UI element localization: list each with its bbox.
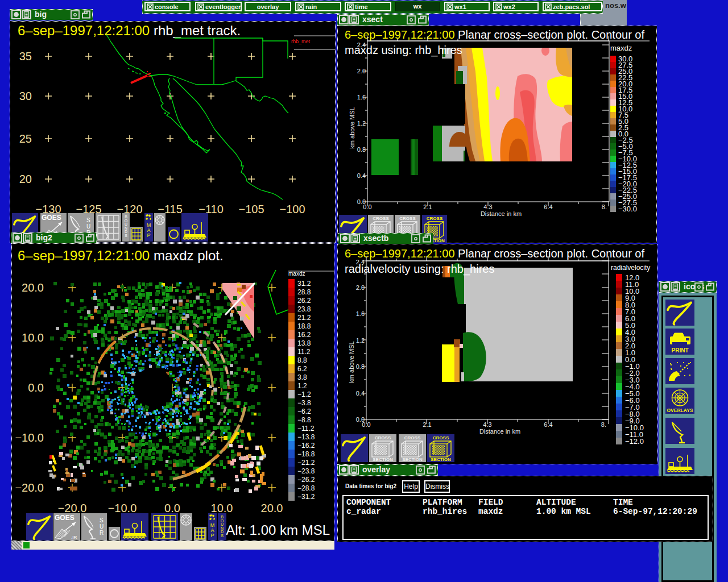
svg-text:0.4: 0.4	[356, 390, 365, 397]
svg-text:P: P	[147, 232, 150, 238]
svg-text:2.1: 2.1	[423, 203, 432, 210]
svg-text:km above MSL: km above MSL	[349, 107, 355, 148]
svg-text:U: U	[86, 223, 90, 230]
svg-text:31.2: 31.2	[297, 280, 311, 288]
svg-text:−12.0: −12.0	[625, 437, 644, 446]
svg-text:1.6: 1.6	[356, 310, 365, 317]
svg-text:8.8: 8.8	[297, 356, 307, 364]
svg-text:20: 20	[19, 173, 32, 185]
svg-text:−21.2: −21.2	[297, 459, 315, 467]
svg-text:−11.2: −11.2	[297, 425, 315, 433]
svg-text:S: S	[221, 534, 224, 538]
svg-text:28.8: 28.8	[297, 288, 311, 296]
svg-text:−20.0: −20.0	[15, 481, 44, 494]
svg-text:26.2: 26.2	[297, 297, 311, 305]
svg-text:SECTION: SECTION	[431, 457, 451, 462]
svg-text:−23.8: −23.8	[297, 467, 315, 475]
svg-text:−13.8: −13.8	[297, 433, 315, 441]
svg-text:18.8: 18.8	[297, 322, 311, 330]
svg-text:8.: 8.	[602, 203, 607, 210]
svg-text:−31.2: −31.2	[297, 493, 315, 501]
svg-text:SECTION: SECTION	[373, 457, 393, 462]
svg-text:0.0: 0.0	[362, 421, 370, 428]
svg-text:1.2: 1.2	[357, 120, 366, 127]
svg-text:20.0: 20.0	[261, 502, 283, 514]
svg-text:6.4: 6.4	[544, 203, 552, 210]
svg-text:4.3: 4.3	[483, 421, 491, 428]
svg-text:.IR: .IR	[71, 535, 77, 540]
svg-text:10.0: 10.0	[211, 502, 233, 514]
svg-text:CROSS: CROSS	[375, 435, 391, 440]
svg-text:0.0: 0.0	[363, 203, 371, 210]
svg-text:30: 30	[19, 90, 32, 102]
svg-text:OVERLAYS: OVERLAYS	[667, 408, 693, 413]
svg-text:−26.2: −26.2	[297, 476, 315, 484]
svg-text:−6.2: −6.2	[297, 408, 311, 415]
svg-text:GOES: GOES	[42, 214, 61, 222]
svg-text:GOES: GOES	[55, 514, 75, 522]
svg-text:Distance in km: Distance in km	[479, 428, 520, 435]
svg-text:13.8: 13.8	[297, 339, 311, 347]
svg-text:6–sep–1997,12:21:00 Planar cr: 6–sep–1997,12:21:00 Planar cross–section…	[345, 247, 644, 260]
svg-text:radialvelocity: radialvelocity	[611, 264, 650, 272]
svg-text:16.2: 16.2	[297, 331, 311, 339]
svg-text:2.1: 2.1	[423, 421, 431, 428]
svg-text:23.8: 23.8	[297, 305, 311, 313]
svg-text:−105: −105	[238, 203, 264, 215]
svg-text:1.2: 1.2	[356, 337, 365, 344]
svg-text:PRINT: PRINT	[672, 347, 689, 354]
svg-text:6–sep–1997,12:21:00 maxdz plo: 6–sep–1997,12:21:00 maxdz plot.	[18, 248, 224, 263]
svg-text:−16.2: −16.2	[297, 442, 315, 450]
svg-text:big2: big2	[36, 233, 52, 242]
svg-text:11.2: 11.2	[297, 348, 311, 356]
svg-text:25: 25	[19, 132, 32, 145]
svg-text:big: big	[35, 10, 47, 19]
svg-text:0.0: 0.0	[164, 502, 180, 514]
svg-text:10.0: 10.0	[22, 331, 44, 344]
svg-text:1.6: 1.6	[357, 94, 366, 101]
svg-text:0.4: 0.4	[357, 172, 366, 179]
svg-text:0.0: 0.0	[28, 381, 44, 394]
svg-text:maxdz: maxdz	[288, 271, 305, 277]
svg-text:−10.0: −10.0	[15, 431, 44, 444]
svg-text:0.8: 0.8	[356, 363, 365, 370]
svg-text:CROSS: CROSS	[399, 216, 416, 221]
svg-text:P: P	[210, 533, 214, 538]
svg-text:maxdz using: rhb_hires: maxdz using: rhb_hires	[345, 44, 462, 57]
svg-text:−8.8: −8.8	[297, 416, 311, 424]
svg-text:Alt: 1.00 km MSL: Alt: 1.00 km MSL	[226, 522, 330, 538]
svg-text:maxdz: maxdz	[610, 44, 632, 52]
svg-text:−30.0: −30.0	[618, 205, 637, 213]
svg-text:rhb_met: rhb_met	[291, 39, 311, 44]
svg-text:−18.8: −18.8	[297, 450, 315, 458]
svg-text:0.8: 0.8	[357, 146, 366, 153]
svg-text:overlay: overlay	[362, 465, 390, 474]
svg-text:3.8: 3.8	[297, 373, 307, 381]
svg-text:xsectb: xsectb	[363, 234, 388, 243]
svg-text:20.0: 20.0	[22, 281, 44, 294]
svg-text:U: U	[100, 523, 104, 530]
svg-text:CROSS: CROSS	[373, 216, 389, 221]
svg-text:6–sep–1997,12:21:00 rhb_met t: 6–sep–1997,12:21:00 rhb_met track.	[18, 23, 241, 38]
svg-text:−20.0: −20.0	[58, 502, 87, 514]
svg-text:R: R	[100, 530, 104, 536]
svg-text:S: S	[86, 217, 90, 223]
svg-text:8.: 8.	[601, 421, 606, 428]
svg-text:−10.0: −10.0	[108, 502, 137, 514]
svg-text:−1.2: −1.2	[297, 390, 311, 398]
svg-text:21.2: 21.2	[297, 314, 311, 322]
svg-text:6–sep–1997,12:21:00 Planar cr: 6–sep–1997,12:21:00 Planar cross–section…	[345, 28, 644, 41]
svg-text:1.2: 1.2	[297, 382, 307, 390]
svg-text:2.0: 2.0	[357, 68, 366, 74]
svg-text:6.4: 6.4	[544, 421, 552, 428]
svg-text:Distance in km: Distance in km	[481, 210, 522, 217]
svg-text:S: S	[100, 517, 104, 523]
svg-text:CROSS: CROSS	[404, 435, 421, 440]
svg-text:CROSS: CROSS	[433, 435, 449, 440]
svg-text:−28.8: −28.8	[297, 484, 315, 492]
svg-text:xsect: xsect	[362, 15, 383, 24]
svg-text:−3.8: −3.8	[297, 399, 311, 407]
svg-text:6.2: 6.2	[297, 365, 307, 373]
svg-text:−100: −100	[279, 203, 305, 215]
svg-text:CROSS: CROSS	[427, 216, 443, 221]
